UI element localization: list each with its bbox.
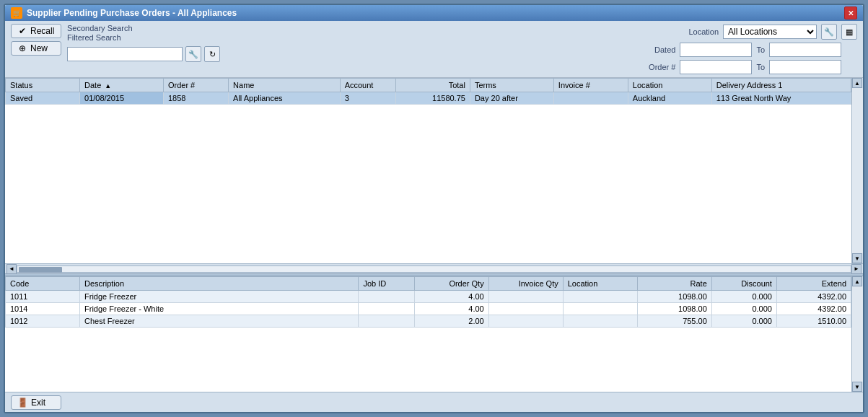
exit-button[interactable]: 🚪 Exit <box>11 395 61 410</box>
order-to-label: To <box>756 63 765 71</box>
search-section: Secondary Search Filtered Search 🔧 ↻ <box>67 24 634 62</box>
lcell-location <box>563 315 637 328</box>
order-label: Order # <box>639 63 675 71</box>
upper-table-body: Saved 01/08/2015 1858 All Appliances 3 1… <box>6 92 851 105</box>
lower-right-scroll: ▲ ▼ <box>851 276 863 392</box>
lower-table-row[interactable]: 1014 Fridge Freezer - White 4.00 1098.00… <box>6 303 851 315</box>
lth-discount[interactable]: Discount <box>711 277 776 291</box>
upper-table-row[interactable]: Saved 01/08/2015 1858 All Appliances 3 1… <box>6 92 851 105</box>
th-total[interactable]: Total <box>395 79 470 92</box>
lcell-desc: Fridge Freezer - White <box>80 303 359 315</box>
lower-scroll-up[interactable]: ▲ <box>852 276 862 286</box>
lcell-extend: 4392.00 <box>776 303 851 315</box>
search-input[interactable] <box>67 47 183 61</box>
upper-scroll-up[interactable]: ▲ <box>852 78 862 88</box>
title-bar-left: 🛒 Supplier Pending Purchase Orders - All… <box>11 7 237 19</box>
lcell-job <box>359 303 414 315</box>
exit-icon: 🚪 <box>17 398 28 408</box>
lower-table-section: Code Description Job ID Order Qty Invoic… <box>5 276 863 392</box>
lth-rate[interactable]: Rate <box>637 277 711 291</box>
close-button[interactable]: ✕ <box>844 6 857 19</box>
upper-table-container[interactable]: Status Date ▲ Order # Name Account Total… <box>5 78 851 263</box>
cell-account: 3 <box>340 92 395 105</box>
cell-delivery: 113 Great North Way <box>711 92 851 105</box>
th-location[interactable]: Location <box>628 79 711 92</box>
upper-hscroll-right[interactable]: ► <box>851 264 862 274</box>
order-from-input[interactable] <box>680 60 752 74</box>
upper-table: Status Date ▲ Order # Name Account Total… <box>5 78 851 105</box>
lower-scroll-down[interactable]: ▼ <box>852 382 862 392</box>
search-tool-icon[interactable]: 🔧 <box>185 46 201 62</box>
lower-table-row[interactable]: 1012 Chest Freezer 2.00 755.00 0.000 151… <box>6 315 851 328</box>
cell-invoice <box>553 92 628 105</box>
lcell-code: 1014 <box>6 303 80 315</box>
lth-job[interactable]: Job ID <box>359 277 414 291</box>
lcell-orderqty: 4.00 <box>414 303 488 315</box>
toolbar-right: Location All Locations 🔧 ▦ Dated To Orde… <box>639 24 857 74</box>
upper-hscroll-left[interactable]: ◄ <box>6 264 17 274</box>
upper-hscroll-track[interactable] <box>17 265 851 273</box>
window-title: Supplier Pending Purchase Orders - All A… <box>27 8 237 18</box>
lth-orderqty[interactable]: Order Qty <box>414 277 488 291</box>
cell-order: 1858 <box>163 92 228 105</box>
status-bar: 🚪 Exit <box>5 392 863 412</box>
dated-from-input[interactable] <box>680 43 752 57</box>
cell-location: Auckland <box>628 92 711 105</box>
cell-status: Saved <box>6 92 80 105</box>
lcell-location <box>563 303 637 315</box>
upper-hscroll-thumb <box>19 267 62 273</box>
lcell-orderqty: 2.00 <box>414 315 488 328</box>
lth-extend[interactable]: Extend <box>776 277 851 291</box>
toolbar-buttons: ✔ Recall ⊕ New <box>11 24 61 56</box>
location-grid-icon[interactable]: ▦ <box>841 24 857 40</box>
cell-total: 11580.75 <box>395 92 470 105</box>
lcell-extend: 4392.00 <box>776 291 851 303</box>
lcell-invoiceqty <box>488 291 563 303</box>
order-to-input[interactable] <box>769 60 841 74</box>
location-select[interactable]: All Locations <box>723 25 817 39</box>
lower-table-container[interactable]: Code Description Job ID Order Qty Invoic… <box>5 276 851 392</box>
lower-table-wrapper: Code Description Job ID Order Qty Invoic… <box>5 276 863 392</box>
lth-description[interactable]: Description <box>80 277 359 291</box>
upper-right-scroll: ▲ ▼ <box>851 78 863 263</box>
lcell-code: 1012 <box>6 315 80 328</box>
location-label: Location <box>683 27 719 36</box>
th-order[interactable]: Order # <box>163 79 228 92</box>
th-invoice[interactable]: Invoice # <box>553 79 628 92</box>
new-label: New <box>30 43 48 53</box>
th-account[interactable]: Account <box>340 79 395 92</box>
main-window: 🛒 Supplier Pending Purchase Orders - All… <box>4 4 864 413</box>
lth-code[interactable]: Code <box>6 277 80 291</box>
lcell-discount: 0.000 <box>711 303 776 315</box>
th-status[interactable]: Status <box>6 79 80 92</box>
lcell-extend: 1510.00 <box>776 315 851 328</box>
dated-label: Dated <box>639 45 675 54</box>
lcell-rate: 1098.00 <box>637 291 711 303</box>
th-delivery[interactable]: Delivery Address 1 <box>711 79 851 92</box>
cell-date: 01/08/2015 <box>80 92 164 105</box>
location-tool-icon[interactable]: 🔧 <box>821 24 837 40</box>
order-row: Order # To <box>639 60 857 74</box>
lcell-orderqty: 4.00 <box>414 291 488 303</box>
upper-table-section: Status Date ▲ Order # Name Account Total… <box>5 78 863 273</box>
recall-button[interactable]: ✔ Recall <box>11 24 61 38</box>
location-row: Location All Locations 🔧 ▦ <box>678 24 857 40</box>
lower-table-row[interactable]: 1011 Fridge Freezer 4.00 1098.00 0.000 4… <box>6 291 851 303</box>
th-terms[interactable]: Terms <box>470 79 553 92</box>
refresh-icon[interactable]: ↻ <box>204 46 220 62</box>
app-icon: 🛒 <box>11 7 22 19</box>
upper-scroll-track <box>852 88 863 253</box>
upper-hscroll-area: ◄ ► <box>5 263 863 273</box>
lth-invoiceqty[interactable]: Invoice Qty <box>488 277 563 291</box>
lower-scroll-track <box>852 286 863 382</box>
upper-table-wrapper: Status Date ▲ Order # Name Account Total… <box>5 78 863 263</box>
recall-label: Recall <box>30 26 54 36</box>
dated-to-input[interactable] <box>769 43 841 57</box>
lth-location[interactable]: Location <box>563 277 637 291</box>
lcell-desc: Fridge Freezer <box>80 291 359 303</box>
th-name[interactable]: Name <box>229 79 341 92</box>
th-date[interactable]: Date ▲ <box>80 79 164 92</box>
lcell-job <box>359 315 414 328</box>
new-button[interactable]: ⊕ New <box>11 41 61 56</box>
upper-scroll-down[interactable]: ▼ <box>852 253 862 263</box>
